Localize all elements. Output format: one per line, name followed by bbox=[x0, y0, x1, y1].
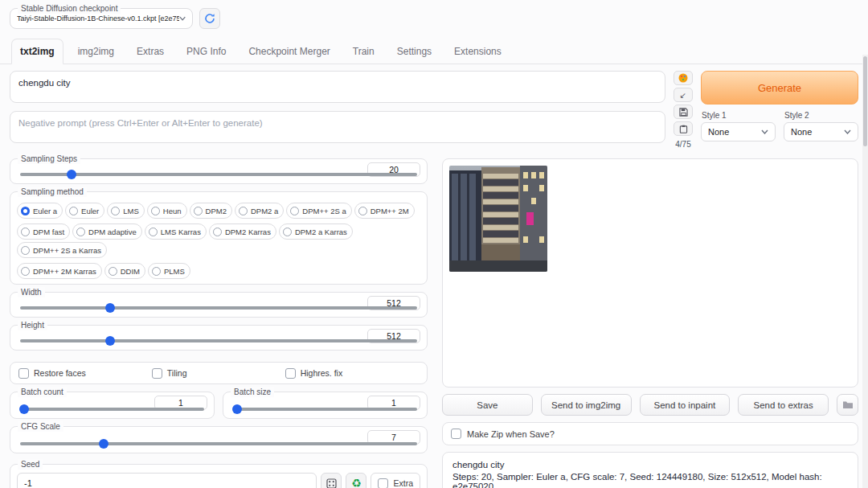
sampling-method-group: Sampling method Euler a Euler LMS Heun D… bbox=[10, 191, 428, 285]
dice-icon bbox=[326, 478, 337, 488]
make-zip-checkbox[interactable] bbox=[451, 429, 461, 439]
tab-png-info[interactable]: PNG Info bbox=[178, 39, 234, 64]
radio-icon bbox=[239, 207, 248, 215]
sampler-option[interactable]: DPM adaptive bbox=[72, 223, 142, 240]
chevron-down-icon bbox=[761, 129, 768, 134]
reuse-seed-button[interactable]: ♻ bbox=[346, 473, 366, 488]
height-label: Height bbox=[18, 320, 47, 330]
slider-handle[interactable] bbox=[19, 404, 29, 414]
token-counter: 4/75 bbox=[675, 140, 690, 149]
checkpoint-bar: Stable Diffusion checkpoint Taiyi-Stable… bbox=[0, 0, 868, 29]
style2-label: Style 2 bbox=[784, 111, 858, 120]
batch-count-label: Batch count bbox=[18, 387, 67, 397]
stable-diffusion-webui: Stable Diffusion checkpoint Taiyi-Stable… bbox=[0, 0, 868, 488]
tab-img2img[interactable]: img2img bbox=[70, 39, 122, 64]
slider-handle[interactable] bbox=[232, 404, 242, 414]
tab-settings[interactable]: Settings bbox=[389, 39, 440, 64]
prompt-input[interactable]: chengdu city bbox=[10, 71, 665, 103]
radio-icon bbox=[21, 228, 30, 236]
clipboard-icon bbox=[679, 125, 688, 133]
save-style-button[interactable] bbox=[674, 105, 693, 119]
floppy-icon bbox=[679, 108, 688, 117]
tab-checkpoint-merger[interactable]: Checkpoint Merger bbox=[240, 39, 338, 64]
seed-group: Seed -1 ♻ Extra bbox=[10, 464, 428, 488]
tab-extensions[interactable]: Extensions bbox=[446, 39, 510, 64]
highres-fix-checkbox[interactable]: Highres. fix bbox=[285, 368, 419, 379]
sampler-option[interactable]: DDIM bbox=[104, 263, 145, 279]
sampler-option[interactable]: Heun bbox=[147, 203, 187, 219]
chevron-down-icon bbox=[844, 129, 851, 134]
slider-track bbox=[20, 339, 417, 342]
negative-prompt-input[interactable] bbox=[10, 111, 665, 143]
checkbox-icon bbox=[285, 368, 296, 379]
checkbox-icon bbox=[152, 368, 162, 379]
batch-count-slider[interactable] bbox=[20, 404, 204, 414]
parameters-column: Sampling Steps 20 Sampling method Euler … bbox=[10, 158, 428, 488]
info-prompt: chengdu city bbox=[452, 460, 848, 470]
open-folder-button[interactable] bbox=[837, 394, 858, 416]
restore-faces-checkbox[interactable]: Restore faces bbox=[18, 368, 152, 379]
sampler-option[interactable]: DPM2 a bbox=[235, 203, 284, 219]
page-scrollbar[interactable] bbox=[862, 55, 868, 488]
tiling-checkbox[interactable]: Tiling bbox=[152, 368, 285, 379]
cfg-scale-slider[interactable] bbox=[20, 439, 417, 449]
radio-icon bbox=[111, 207, 120, 215]
slider-handle[interactable] bbox=[67, 170, 76, 179]
slider-track bbox=[20, 306, 417, 310]
checkbox-icon bbox=[378, 478, 388, 488]
tab-extras[interactable]: Extras bbox=[129, 39, 172, 64]
result-actions: Save Send to img2img Send to inpaint Sen… bbox=[442, 394, 858, 416]
checkpoint-label: Stable Diffusion checkpoint bbox=[18, 3, 121, 14]
sampler-option[interactable]: Euler bbox=[65, 203, 104, 219]
generate-button[interactable]: Generate bbox=[701, 71, 858, 105]
batch-size-slider[interactable] bbox=[233, 404, 417, 414]
sampler-option[interactable]: LMS bbox=[107, 203, 145, 219]
send-to-img2img-button[interactable]: Send to img2img bbox=[541, 394, 632, 416]
slider-handle[interactable] bbox=[105, 336, 115, 346]
send-to-inpaint-button[interactable]: Send to inpaint bbox=[640, 394, 731, 416]
paste-params-button[interactable]: ↙ bbox=[674, 88, 693, 102]
sampler-option[interactable]: DPM++ 2M bbox=[354, 203, 415, 219]
cfg-scale-group: CFG Scale 7 bbox=[10, 426, 428, 453]
radio-icon bbox=[283, 228, 292, 236]
cfg-scale-label: CFG Scale bbox=[18, 421, 63, 432]
info-parameters: Steps: 20, Sampler: Euler a, CFG scale: … bbox=[452, 472, 848, 488]
slider-track bbox=[233, 408, 417, 411]
save-button[interactable]: Save bbox=[442, 394, 533, 416]
refresh-checkpoint-button[interactable] bbox=[199, 8, 220, 29]
slider-handle[interactable] bbox=[105, 303, 115, 313]
tab-txt2img[interactable]: txt2img bbox=[11, 39, 63, 64]
sampler-option[interactable]: DPM2 Karras bbox=[209, 223, 276, 240]
radio-icon bbox=[149, 228, 158, 236]
sampler-option[interactable]: PLMS bbox=[148, 263, 190, 279]
sampler-option[interactable]: DPM2 a Karras bbox=[279, 223, 353, 240]
main-tabbar: txt2img img2img Extras PNG Info Checkpoi… bbox=[0, 39, 868, 64]
tab-train[interactable]: Train bbox=[345, 39, 383, 64]
radio-icon bbox=[213, 228, 222, 236]
style1-select[interactable]: None bbox=[701, 122, 776, 141]
sampler-option[interactable]: DPM++ 2S a bbox=[286, 203, 351, 219]
face-tiling-group: Restore faces Tiling Highres. fix bbox=[10, 362, 428, 384]
sampler-option[interactable]: DPM++ 2M Karras bbox=[17, 263, 102, 279]
sampler-option[interactable]: Euler a bbox=[17, 203, 63, 219]
checkbox-icon bbox=[18, 368, 29, 379]
slider-handle[interactable] bbox=[99, 439, 108, 449]
extra-seed-checkbox[interactable]: Extra bbox=[371, 473, 420, 488]
apply-style-button[interactable] bbox=[674, 121, 693, 136]
width-slider[interactable] bbox=[20, 303, 417, 313]
sampler-option[interactable]: LMS Karras bbox=[145, 223, 207, 240]
send-to-extras-button[interactable]: Send to extras bbox=[738, 394, 829, 416]
sampler-option[interactable]: DPM2 bbox=[190, 203, 232, 219]
generated-image-thumbnail[interactable] bbox=[449, 166, 547, 272]
sampler-option[interactable]: DPM fast bbox=[17, 223, 70, 240]
height-slider[interactable] bbox=[20, 336, 417, 346]
sampler-option[interactable]: DPM++ 2S a Karras bbox=[17, 242, 107, 258]
sampling-steps-slider[interactable] bbox=[20, 170, 417, 179]
width-group: Width 512 bbox=[10, 292, 428, 318]
style2-select[interactable]: None bbox=[784, 122, 858, 141]
scrollbar-thumb[interactable] bbox=[863, 56, 867, 146]
random-seed-button[interactable] bbox=[321, 473, 342, 488]
checkpoint-dropdown[interactable]: Stable Diffusion checkpoint Taiyi-Stable… bbox=[10, 8, 193, 29]
roll-art-button[interactable] bbox=[674, 71, 693, 85]
seed-input[interactable]: -1 bbox=[17, 473, 317, 488]
